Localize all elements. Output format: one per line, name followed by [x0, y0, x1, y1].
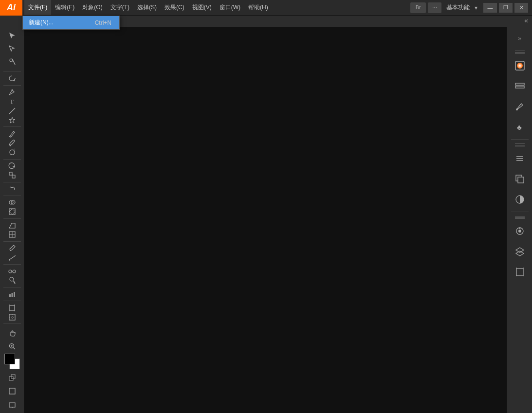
warp-tool[interactable] — [3, 185, 21, 193]
lasso-tool[interactable] — [3, 74, 21, 83]
brushes-panel-button[interactable] — [511, 97, 529, 116]
right-panel: » ♣ — [507, 27, 532, 413]
svg-point-53 — [516, 108, 518, 110]
svg-point-8 — [9, 144, 11, 146]
svg-rect-46 — [9, 388, 15, 394]
menu-help[interactable]: 帮助(H) — [244, 0, 272, 15]
svg-line-41 — [13, 348, 15, 350]
magic-wand-tool[interactable] — [3, 55, 21, 68]
separator-10 — [3, 287, 21, 287]
panel-grip-1 — [511, 51, 529, 54]
panel-toggle-top[interactable]: » — [511, 29, 529, 48]
svg-rect-29 — [9, 294, 11, 297]
extra-button[interactable]: ⋯ — [428, 2, 441, 13]
direct-selection-tool[interactable] — [3, 42, 21, 55]
right-separator-2 — [511, 212, 529, 212]
separator-9 — [3, 264, 21, 265]
type-tool[interactable]: T — [3, 97, 21, 106]
rotate-tool[interactable] — [3, 162, 21, 170]
selection-tool[interactable] — [3, 29, 21, 42]
perspective-tool[interactable] — [3, 221, 21, 230]
color-panel-button[interactable] — [511, 56, 529, 75]
menu-file[interactable]: 文件(F) — [24, 0, 51, 15]
separator-1 — [3, 72, 21, 72]
separator-8 — [3, 241, 21, 242]
transparency-panel-button[interactable] — [511, 190, 529, 209]
menu-text[interactable]: 文字(T) — [107, 0, 133, 15]
view-mode-toggle[interactable] — [3, 385, 21, 397]
separator-3 — [3, 126, 21, 127]
svg-rect-51 — [515, 83, 524, 85]
minimize-button[interactable]: — — [483, 3, 497, 13]
svg-point-62 — [518, 230, 521, 233]
menu-window[interactable]: 窗口(W) — [216, 0, 244, 15]
svg-text:T: T — [10, 98, 14, 105]
layers-list-button[interactable] — [511, 242, 529, 261]
canvas-area[interactable] — [24, 27, 507, 413]
menu-object[interactable]: 对象(O) — [78, 0, 106, 15]
svg-line-7 — [9, 136, 10, 137]
hand-tool[interactable] — [3, 326, 21, 339]
title-bar: Ai 文件(F) 编辑(E) 对象(O) 文字(T) 选择(S) 效果(C) 视… — [0, 0, 532, 16]
main-layout: T — [0, 27, 532, 413]
zoom-tool[interactable] — [3, 340, 21, 353]
foreground-color[interactable] — [4, 354, 15, 364]
separator-5 — [3, 182, 21, 182]
align-panel-button[interactable] — [511, 149, 529, 168]
separator-11 — [3, 301, 21, 301]
menu-view[interactable]: 视图(V) — [188, 0, 216, 15]
svg-rect-32 — [10, 305, 15, 310]
slice-tool[interactable] — [3, 313, 21, 321]
scale-tool[interactable] — [3, 171, 21, 180]
new-file-item[interactable]: 新建(N)... Ctrl+N — [23, 16, 119, 29]
screen-mode-toggle[interactable] — [3, 398, 21, 411]
star-tool[interactable] — [3, 116, 21, 124]
transform-panel-button[interactable] — [511, 170, 529, 188]
svg-marker-64 — [516, 248, 524, 252]
measure-tool[interactable] — [3, 253, 21, 262]
separator-2 — [3, 85, 21, 86]
paintbrush-tool[interactable] — [3, 139, 21, 147]
svg-line-9 — [14, 149, 15, 149]
selection-tool-group — [0, 29, 24, 68]
artboards-panel-button[interactable] — [511, 263, 529, 281]
symbols-panel-button[interactable]: ♣ — [511, 118, 529, 136]
layers-panel-button[interactable] — [511, 77, 529, 95]
bridge-button[interactable]: Br — [410, 2, 426, 13]
mesh-tool[interactable] — [3, 231, 21, 239]
menu-select[interactable]: 选择(S) — [133, 0, 161, 15]
svg-point-1 — [10, 59, 13, 62]
menu-effect[interactable]: 效果(C) — [161, 0, 188, 15]
line-tool[interactable] — [3, 107, 21, 115]
svg-point-25 — [13, 270, 16, 273]
close-button[interactable]: ✕ — [514, 3, 528, 13]
pen-tool[interactable] — [3, 88, 21, 96]
fill-stroke-toggle[interactable] — [3, 371, 21, 384]
toolbar-bottom — [0, 326, 24, 413]
panel-grip-3 — [511, 216, 529, 219]
blob-brush-tool[interactable] — [3, 148, 21, 157]
workspace-dropdown-icon[interactable]: ▾ — [475, 4, 477, 11]
right-separator-1 — [511, 139, 529, 140]
restore-button[interactable]: ❐ — [499, 3, 513, 13]
color-boxes[interactable] — [4, 354, 20, 369]
eyedropper-tool[interactable] — [3, 244, 21, 252]
menu-edit[interactable]: 编辑(E) — [51, 0, 78, 15]
svg-marker-65 — [516, 251, 524, 256]
panel-grip-2 — [511, 144, 529, 146]
graph-tool[interactable] — [3, 290, 21, 298]
live-paint-tool[interactable] — [3, 208, 21, 216]
symbol-sprayer-tool[interactable] — [3, 276, 21, 285]
svg-line-21 — [9, 256, 15, 260]
pencil-tool[interactable] — [3, 129, 21, 138]
shape-builder-tool[interactable] — [3, 198, 21, 207]
svg-point-27 — [10, 277, 14, 281]
left-toolbar: T — [0, 27, 24, 413]
blend-tool[interactable] — [3, 267, 21, 275]
svg-rect-31 — [14, 292, 15, 297]
file-dropdown: 新建(N)... Ctrl+N — [22, 16, 120, 30]
appearance-panel-button[interactable] — [511, 222, 529, 240]
tab-panel-toggle[interactable]: « — [522, 17, 530, 24]
svg-point-50 — [517, 63, 523, 69]
artboard-tool[interactable] — [3, 304, 21, 312]
